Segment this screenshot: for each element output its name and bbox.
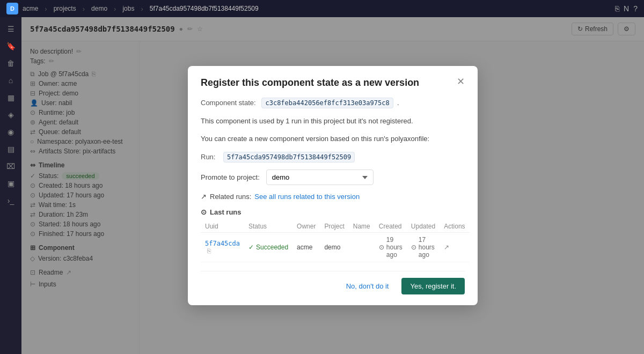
copy-uuid-icon[interactable]: ⎘ [207, 247, 211, 255]
table-row: 5f7a45cda ⎘ ✓ Succeeded [201, 233, 470, 262]
col-status: Status [244, 220, 292, 233]
modal-overlay: Register this component state as a new v… [21, 17, 644, 354]
sidebar-icon-tool[interactable]: ⌧ [3, 159, 18, 174]
run-label: Run: [201, 153, 215, 161]
nav-demo[interactable]: demo [91, 5, 107, 12]
row-updated: ⊙ 17 hours ago [407, 233, 440, 262]
user-icon[interactable]: N [624, 4, 629, 13]
last-runs-title: ⊙ Last runs [201, 208, 465, 216]
col-uuid: Uuid [201, 220, 244, 233]
created-clock-icon: ⊙ [379, 244, 384, 251]
nav-jobs[interactable]: jobs [122, 5, 134, 12]
promote-row: Promote to project: demo acme [201, 169, 465, 185]
promote-select-wrapper: demo acme [266, 169, 465, 185]
promote-label: Promote to project: [201, 173, 260, 181]
col-created: Created [375, 220, 407, 233]
col-name: Name [349, 220, 375, 233]
modal-footer: No, don't do it Yes, register it. [188, 271, 478, 305]
run-value: 5f7a45cda957498db7f5138449f52509 [223, 152, 355, 163]
sidebar-icon-layout[interactable]: ☰ [3, 21, 18, 36]
last-runs-icon: ⊙ [201, 208, 207, 216]
row-open-icon[interactable]: ↗ [444, 244, 449, 251]
component-state-label: Component state: [201, 99, 256, 107]
modal-body: Component state: c3c8feba442056ef8fcf313… [188, 98, 478, 271]
modal-title: Register this component state as a new v… [201, 77, 419, 89]
row-project: demo [320, 233, 348, 262]
col-project: Project [320, 220, 348, 233]
breadcrumb: acme › projects › demo › jobs › 5f7a45cd… [23, 5, 259, 13]
register-modal: Register this component state as a new v… [188, 66, 478, 305]
row-name [349, 233, 375, 262]
modal-header: Register this component state as a new v… [188, 66, 478, 98]
sidebar-icon-bell[interactable]: ◉ [3, 124, 18, 139]
sidebar-icon-terminal[interactable]: ›_ [3, 193, 18, 208]
related-runs-icon: ↗ [201, 193, 207, 201]
cancel-button[interactable]: No, don't do it [340, 279, 396, 293]
nav-acme[interactable]: acme [23, 5, 38, 12]
row-actions: ↗ [440, 233, 469, 262]
updated-clock-icon: ⊙ [411, 244, 416, 251]
related-runs-row: ↗ Related runs: See all runs related to … [201, 193, 465, 201]
folder-icon[interactable]: ⎘ [615, 4, 619, 13]
component-state-value: c3c8feba442056ef8fcf313e03a975c8 [261, 98, 393, 108]
status-check-icon: ✓ [248, 244, 254, 251]
usage-text: This component is used by 1 run in this … [201, 116, 465, 127]
sidebar: ☰ 🔖 🗑 ⌂ ▦ ◈ ◉ ▤ ⌧ ▣ ›_ [0, 17, 21, 354]
promote-select[interactable]: demo acme [266, 169, 374, 185]
row-owner: acme [292, 233, 320, 262]
related-runs-link[interactable]: See all runs related to this version [254, 193, 360, 201]
sidebar-icon-grid[interactable]: ▦ [3, 90, 18, 105]
top-bar-actions: ⎘ N ? [615, 4, 638, 13]
main-content: 5f7a45cda957498db7f5138449f52509 ● ✏ ☆ ↻… [21, 17, 644, 354]
col-updated: Updated [407, 220, 440, 233]
app-logo[interactable]: D [6, 3, 18, 14]
sidebar-icon-home[interactable]: ⌂ [3, 73, 18, 88]
component-state-row: Component state: c3c8feba442056ef8fcf313… [201, 98, 465, 108]
help-icon[interactable]: ? [633, 4, 638, 13]
nav-current-id: 5f7a45cda957498db7f5138449f52509 [150, 5, 259, 12]
modal-close-button[interactable]: ✕ [457, 77, 465, 86]
sidebar-icon-box[interactable]: ▣ [3, 176, 18, 191]
top-bar: D acme › projects › demo › jobs › 5f7a45… [0, 0, 644, 17]
create-text: You can create a new component version b… [201, 134, 465, 144]
row-created: ⊙ 19 hours ago [375, 233, 407, 262]
sidebar-icon-tag[interactable]: ◈ [3, 107, 18, 122]
runs-table: Uuid Status Owner Project Name Created U… [201, 220, 470, 262]
nav-projects[interactable]: projects [54, 5, 76, 12]
col-owner: Owner [292, 220, 320, 233]
sidebar-icon-chat[interactable]: ▤ [3, 142, 18, 157]
sidebar-icon-bookmark[interactable]: 🔖 [3, 39, 18, 54]
confirm-button[interactable]: Yes, register it. [401, 278, 465, 294]
sidebar-icon-trash[interactable]: 🗑 [3, 56, 18, 71]
run-row: Run: 5f7a45cda957498db7f5138449f52509 [201, 152, 465, 163]
col-actions: Actions [440, 220, 469, 233]
row-status: ✓ Succeeded [244, 233, 292, 262]
row-uuid: 5f7a45cda ⎘ [201, 233, 244, 262]
related-runs-label: Related runs: [210, 193, 251, 201]
